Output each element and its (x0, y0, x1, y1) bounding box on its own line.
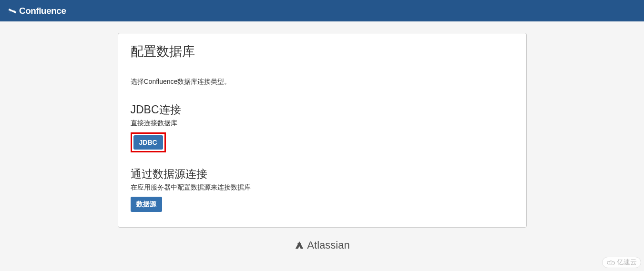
jdbc-desc: 直接连接数据库 (131, 119, 514, 128)
confluence-logo[interactable]: Confluence (8, 6, 66, 16)
watermark: 亿速云 (602, 257, 641, 268)
watermark-text: 亿速云 (617, 258, 637, 267)
app-header: Confluence (0, 0, 644, 21)
intro-text: 选择Confluence数据库连接类型。 (131, 78, 514, 86)
footer: Atlassian (0, 239, 644, 252)
jdbc-highlight: JDBC (131, 132, 166, 152)
page-title: 配置数据库 (131, 43, 514, 65)
datasource-button[interactable]: 数据源 (131, 197, 162, 212)
confluence-icon (8, 6, 17, 16)
datasource-desc: 在应用服务器中配置数据源来连接数据库 (131, 183, 514, 192)
atlassian-logo[interactable]: Atlassian (294, 239, 349, 251)
datasource-title: 通过数据源连接 (131, 167, 514, 181)
svg-point-1 (610, 263, 611, 264)
product-name: Confluence (19, 6, 66, 16)
cloud-icon (606, 259, 615, 266)
jdbc-title: JDBC连接 (131, 102, 514, 117)
datasource-section: 通过数据源连接 在应用服务器中配置数据源来连接数据库 数据源 (131, 167, 514, 212)
svg-point-2 (611, 263, 612, 264)
atlassian-icon (294, 240, 305, 251)
jdbc-section: JDBC连接 直接连接数据库 JDBC (131, 102, 514, 164)
jdbc-button[interactable]: JDBC (133, 135, 163, 150)
setup-panel: 配置数据库 选择Confluence数据库连接类型。 JDBC连接 直接连接数据… (118, 33, 527, 228)
footer-company: Atlassian (307, 239, 349, 251)
